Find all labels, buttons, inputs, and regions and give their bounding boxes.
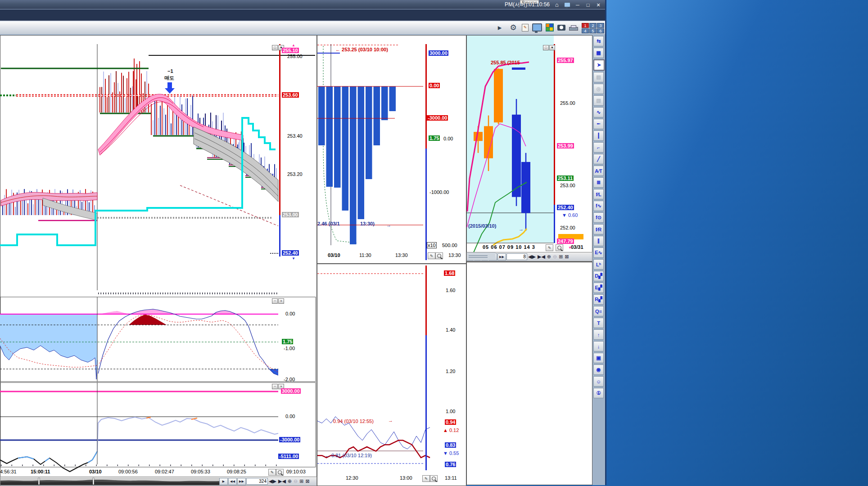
elliott-icon[interactable]: E∿ bbox=[593, 248, 604, 258]
osc-axis-label: -2.00 bbox=[284, 377, 295, 382]
arrow-down-icon[interactable]: ↓ bbox=[593, 341, 604, 351]
nav-forward-button[interactable]: ▶▶ bbox=[237, 478, 246, 485]
volume-bar bbox=[358, 86, 365, 219]
elbow-line-icon[interactable]: ⌐ bbox=[593, 142, 604, 153]
marker-up-arrow: ▲ bbox=[292, 43, 295, 47]
candle bbox=[494, 69, 503, 122]
parallel-icon[interactable]: ∥ bbox=[593, 236, 604, 246]
vline-icon[interactable]: ┃ bbox=[593, 130, 604, 141]
bar-count-input[interactable] bbox=[246, 478, 268, 485]
mid-marker-m3000: -3000.00 bbox=[427, 115, 448, 121]
draw-edit-icon[interactable]: ✎ bbox=[428, 252, 435, 259]
circle-mark-icon[interactable]: ◉ bbox=[593, 364, 604, 375]
erase-icon[interactable]: ◎ bbox=[593, 84, 604, 94]
nav-play-button[interactable]: ▶ bbox=[219, 478, 228, 485]
time-label: 03/10 bbox=[89, 469, 102, 474]
ratio-axis-label: 1.20 bbox=[446, 369, 455, 374]
arrow-up-icon[interactable]: ↑ bbox=[593, 329, 604, 340]
hline-icon[interactable]: ╾ bbox=[593, 119, 604, 129]
crosshair-off-icon[interactable]: ▨ bbox=[593, 72, 604, 82]
drawing-toolbar[interactable]: ⇆▦➤▨◎▧∿╾┃⌐╱A⁄T≣f⁄Lf∿f⊙f⁄R∥E∿LʰD▞E▞R▞Q≡T↑… bbox=[593, 36, 604, 398]
square-mark-icon[interactable]: ▣ bbox=[593, 353, 604, 363]
mid-marker-3000: 3000.00 bbox=[429, 50, 448, 56]
grid-icon[interactable]: ⊞ bbox=[559, 254, 563, 260]
text-icon[interactable]: T bbox=[593, 318, 604, 328]
matrix-icon[interactable]: ▦ bbox=[593, 48, 604, 58]
zoom-minus-icon[interactable]: ⊖ bbox=[553, 254, 557, 260]
left-chart-navigator[interactable]: ▶ ◀◀ ▶▶ ◀▶ ▶◀ ⊕ ⊖ ⊞ ⊠ bbox=[0, 477, 317, 486]
price-marker-252-40: 252.40 bbox=[282, 250, 299, 256]
price-marker-255-10: 255.10 bbox=[282, 48, 299, 53]
sync-icon[interactable]: ⇆ bbox=[593, 36, 604, 46]
zoom-in-h-icon[interactable]: ▶◀ bbox=[278, 478, 286, 484]
text-tool-icon[interactable]: A⁄T bbox=[593, 166, 604, 176]
indicator-icon[interactable]: ∿ bbox=[593, 107, 604, 117]
smiley-icon[interactable]: ☺ bbox=[593, 376, 604, 387]
ratio-axis-label: 1.60 bbox=[446, 288, 455, 293]
ratio-change-down: ▼ 0.55 bbox=[443, 450, 459, 456]
zoom-icon[interactable] bbox=[276, 469, 284, 476]
zoom-minus-icon[interactable]: ⊖ bbox=[294, 478, 298, 484]
bar-count-input[interactable] bbox=[506, 253, 527, 260]
fib-arc-icon[interactable]: f∿ bbox=[593, 201, 604, 211]
draw-edit-icon[interactable]: ✎ bbox=[268, 469, 276, 476]
close-nav-icon[interactable]: ⊠ bbox=[565, 254, 569, 260]
fib-fan-icon[interactable]: f⊙ bbox=[593, 212, 604, 223]
nav-forward-button[interactable]: ▶▶ bbox=[497, 253, 506, 261]
navigator-minimap[interactable] bbox=[0, 477, 219, 485]
grid-icon[interactable]: ⊞ bbox=[299, 478, 303, 484]
mid-axis-label: -1000.00 bbox=[429, 189, 449, 195]
lowhigh-icon[interactable]: Lʰ bbox=[593, 259, 604, 270]
levels-icon[interactable]: ≣ bbox=[593, 177, 604, 188]
e-hatch-icon[interactable]: E▞ bbox=[593, 283, 604, 293]
time-label: 03/10 bbox=[328, 252, 340, 258]
fib-retr-icon[interactable]: f⁄R bbox=[593, 224, 604, 234]
zoom-icon[interactable] bbox=[556, 244, 563, 251]
osc-axis-label: -1.00 bbox=[284, 346, 295, 351]
daily-marker-25311: 253.11 bbox=[557, 176, 574, 181]
zoom-out-h-icon[interactable]: ◀▶ bbox=[269, 478, 276, 484]
low-marker-annotation: 2.46 (03/1 bbox=[317, 221, 340, 226]
osc-axis-label: 0.00 bbox=[285, 311, 295, 316]
zoom-out-h-icon[interactable]: ◀▶ bbox=[528, 254, 536, 260]
draw-edit-icon[interactable]: ✎ bbox=[422, 475, 430, 482]
restore-icon[interactable]: □ bbox=[543, 45, 549, 50]
zoom-plus-icon[interactable]: ⊕ bbox=[547, 254, 551, 260]
cursor-icon[interactable]: ➤ bbox=[593, 59, 605, 71]
restore-icon[interactable]: □ bbox=[272, 45, 278, 50]
quote-icon[interactable]: Q≡ bbox=[593, 306, 604, 316]
daily-chart-navigator[interactable]: ◀ ▮▮ ▶ ◀◀ ▶▶ ◀▶ ▶◀ ⊕ ⊖ ⊞ ⊠ bbox=[466, 252, 592, 261]
zoom-icon[interactable] bbox=[430, 475, 438, 482]
left-oscillator-pane bbox=[0, 297, 316, 382]
zoom-plus-icon[interactable]: ⊕ bbox=[288, 478, 292, 484]
sell-annotation-number: −1 bbox=[167, 68, 173, 74]
zoom-icon[interactable] bbox=[435, 252, 443, 259]
dropdown-icon[interactable]: ▼ bbox=[549, 45, 555, 50]
fib-lines-icon[interactable]: f⁄L bbox=[593, 189, 604, 199]
minimize-icon[interactable]: − bbox=[272, 298, 278, 304]
mid-marker-0: 0.00 bbox=[429, 83, 440, 88]
close-icon[interactable]: × bbox=[278, 298, 284, 304]
vol-marker-m5111: -5111.00 bbox=[278, 454, 299, 459]
axis-label: 253.40 bbox=[287, 133, 303, 139]
erase-all-icon[interactable]: ▧ bbox=[593, 95, 604, 106]
time-label: 12:30 bbox=[346, 475, 358, 481]
trendline-icon[interactable]: ╱ bbox=[593, 154, 604, 164]
nav-rewind-button[interactable]: ◀◀ bbox=[228, 478, 237, 485]
daily-date-annotation: (2015/03/10) bbox=[468, 223, 496, 229]
d-hatch-icon[interactable]: D▞ bbox=[593, 271, 604, 281]
vol-axis-label: 0.00 bbox=[285, 414, 295, 419]
minimize-icon[interactable]: − bbox=[272, 384, 278, 389]
draw-edit-icon[interactable]: ✎ bbox=[546, 244, 553, 251]
time-label: 09:05:33 bbox=[191, 469, 210, 474]
right-panel-controls[interactable]: □ ▼ bbox=[543, 45, 555, 50]
r-hatch-icon[interactable]: R▞ bbox=[593, 294, 604, 305]
time-label: 09:08:25 bbox=[227, 469, 246, 474]
number-mark-icon[interactable]: ① bbox=[593, 388, 604, 398]
daily-change-label: ▼ 0.60 bbox=[562, 212, 578, 218]
navigator-minimap[interactable] bbox=[467, 252, 496, 260]
close-nav-icon[interactable]: ⊠ bbox=[306, 478, 310, 484]
vol-marker-m3000: -3000.00 bbox=[279, 437, 300, 442]
osc-panel-controls[interactable]: − × bbox=[272, 298, 284, 304]
zoom-in-h-icon[interactable]: ▶◀ bbox=[538, 254, 545, 260]
